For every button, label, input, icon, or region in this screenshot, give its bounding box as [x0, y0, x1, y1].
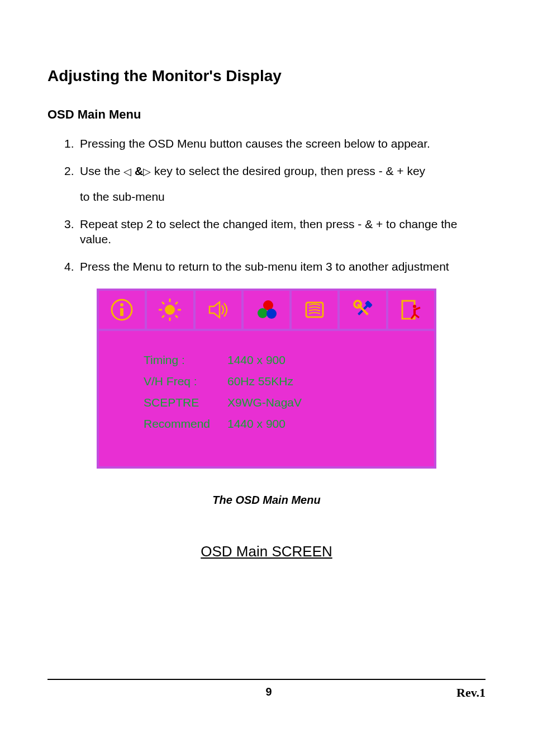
svg-point-3 — [165, 305, 175, 315]
osd-screen-title: OSD Main SCREEN — [47, 543, 486, 560]
exit-icon — [398, 296, 425, 323]
svg-point-15 — [266, 309, 277, 319]
svg-rect-2 — [120, 308, 123, 316]
step-2-sub: to the sub-menu — [80, 189, 486, 204]
osd-caption: The OSD Main Menu — [47, 494, 486, 507]
osd-tab-brightness[interactable] — [147, 291, 195, 329]
step-1: Pressing the OSD Menu button causes the … — [80, 136, 486, 151]
info-icon — [108, 296, 135, 323]
osd-label: V/H Freq : — [144, 375, 227, 388]
osd-row: SCEPTRE X9WG-NagaV — [144, 396, 434, 409]
instruction-list: 1. Pressing the OSD Menu button causes t… — [47, 136, 486, 275]
osd-tab-color[interactable] — [244, 291, 292, 329]
osd-body: Timing : 1440 x 900 V/H Freq : 60Hz 55KH… — [99, 331, 434, 466]
list-number: 2. — [64, 163, 80, 178]
svg-line-9 — [175, 315, 178, 318]
step-2: Use the ◁ &▷ key to select the desired g… — [80, 163, 486, 178]
osd-row: V/H Freq : 60Hz 55KHz — [144, 375, 434, 388]
geometry-icon — [301, 296, 328, 323]
triangle-right-icon: ▷ — [143, 166, 151, 178]
list-number: 4. — [64, 259, 80, 274]
svg-point-14 — [258, 308, 268, 318]
page-footer: 9 Rev.1 — [47, 679, 486, 700]
osd-value: 1440 x 900 — [227, 417, 285, 431]
svg-point-1 — [120, 303, 123, 306]
osd-value: 1440 x 900 — [227, 353, 285, 367]
osd-tab-tools[interactable] — [340, 291, 388, 329]
osd-row: Recommend 1440 x 900 — [144, 417, 434, 431]
svg-line-11 — [175, 302, 178, 304]
svg-marker-12 — [210, 302, 220, 318]
osd-label: SCEPTRE — [144, 396, 227, 409]
triangle-left-icon: ◁ — [123, 166, 131, 178]
step-4: Press the Menu to return to the sub-menu… — [80, 259, 486, 274]
osd-value: X9WG-NagaV — [227, 396, 302, 409]
section-heading: OSD Main Menu — [47, 107, 486, 122]
step-2b: key to select the desired group, then pr… — [151, 164, 425, 177]
list-number: 1. — [64, 136, 80, 151]
osd-panel: Timing : 1440 x 900 V/H Freq : 60Hz 55KH… — [97, 289, 436, 469]
svg-line-10 — [162, 315, 164, 318]
brightness-icon — [156, 296, 183, 323]
osd-row: Timing : 1440 x 900 — [144, 353, 434, 367]
osd-label: Recommend — [144, 417, 227, 431]
list-number: 3. — [64, 216, 80, 247]
step-2a: Use the — [80, 164, 123, 177]
svg-point-22 — [413, 305, 416, 308]
step-3: Repeat step 2 to select the changed item… — [80, 216, 486, 247]
tools-icon — [350, 296, 377, 323]
osd-tab-bar — [99, 291, 434, 331]
osd-label: Timing : — [144, 353, 227, 367]
osd-tab-exit[interactable] — [388, 291, 434, 329]
color-icon — [253, 296, 280, 323]
osd-tab-geometry[interactable] — [292, 291, 340, 329]
revision-label: Rev.1 — [456, 686, 486, 700]
osd-value: 60Hz 55KHz — [227, 375, 293, 388]
page-number: 9 — [265, 686, 272, 700]
page-title: Adjusting the Monitor's Display — [47, 67, 486, 85]
osd-tab-volume[interactable] — [196, 291, 244, 329]
osd-tab-info[interactable] — [99, 291, 147, 329]
volume-icon — [205, 296, 232, 323]
svg-line-8 — [162, 302, 164, 304]
